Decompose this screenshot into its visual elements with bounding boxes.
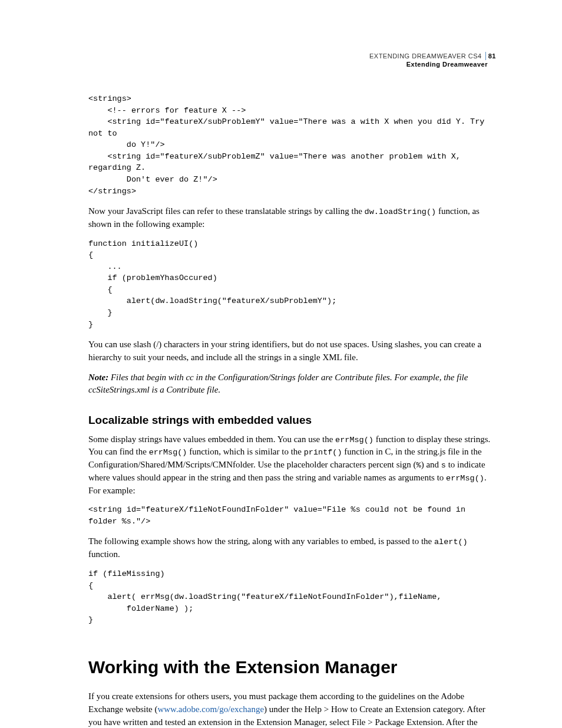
header-subtitle: Extending Dreamweaver [369,60,488,68]
section-heading-localizable: Localizable strings with embedded values [88,412,496,429]
inline-code: errMsg() [149,448,187,457]
body-paragraph: If you create extensions for others user… [88,690,496,728]
text-run: ) and [421,460,441,469]
page-number: 81 [486,52,496,60]
page-content: <strings> <!-- errors for feature X --> … [88,93,496,728]
code-block-strings-xml: <strings> <!-- errors for feature X --> … [88,93,496,197]
inline-code: errMsg() [446,474,484,483]
inline-code: printf() [304,448,342,457]
body-paragraph: Now your JavaScript files can refer to t… [88,205,496,231]
text-run: The following example shows how the stri… [88,536,434,546]
header-title: EXTENDING DREAMWEAVER CS4 [369,52,482,60]
code-block-initialize-ui: function initializeUI() { ... if (proble… [88,238,496,331]
chapter-heading-extension-manager: Working with the Extension Manager [88,654,496,680]
body-paragraph: Some display strings have values embedde… [88,433,496,498]
note-label: Note: [88,373,108,382]
inline-code: s [441,461,446,470]
inline-code: dw.loadString() [365,207,437,216]
text-run: Some display strings have values embedde… [88,434,335,444]
inline-code: alert() [434,538,468,546]
body-paragraph: The following example shows how the stri… [88,535,496,561]
text-run: Now your JavaScript files can refer to t… [88,206,365,216]
inline-code: errMsg() [335,436,373,444]
text-run: function, which is similar to the [187,447,303,456]
body-paragraph: You can use slash (/) characters in your… [88,338,496,364]
note-paragraph: Note: Files that begin with cc in the Co… [88,371,496,397]
code-block-file-missing: if (fileMissing) { alert( errMsg(dw.load… [88,568,496,626]
code-block-file-not-found-xml: <string id="featureX/fileNotFoundInFolde… [88,504,496,527]
running-header: EXTENDING DREAMWEAVER CS4 81 Extending D… [369,52,496,69]
exchange-link[interactable]: www.adobe.com/go/exchange [157,704,264,714]
text-run: function. [88,549,120,559]
note-body: Files that begin with cc in the Configur… [88,373,468,395]
inline-code: % [416,461,421,470]
